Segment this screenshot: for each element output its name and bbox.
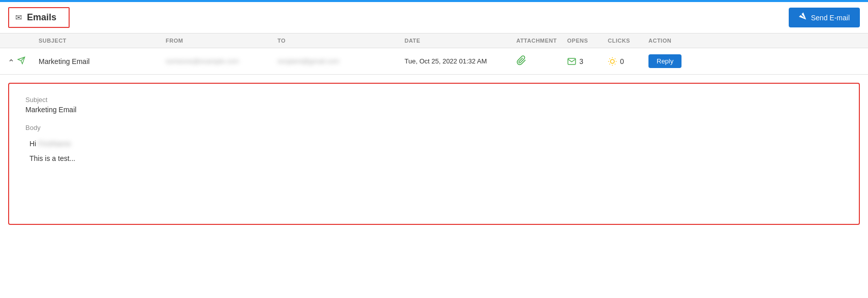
clicks-cell: 0 (608, 57, 648, 66)
table-header: SUBJECT FROM TO DATE ATTACHMENT OPENS CL… (0, 34, 868, 48)
reply-button[interactable]: Reply (648, 54, 681, 68)
col-action: ACTION (648, 38, 699, 44)
page-container: ✉ Emails Send E-mail SUBJECT FROM TO DAT… (0, 0, 868, 298)
body-name-blurred: FirstName (38, 138, 71, 150)
col-opens: OPENS (567, 38, 608, 44)
action-cell: Reply (648, 54, 699, 68)
email-subject: Marketing Email (39, 57, 166, 65)
col-subject: SUBJECT (39, 38, 166, 44)
chevron-up-icon (8, 57, 14, 65)
emails-title-box: ✉ Emails (8, 7, 70, 28)
page-title: Emails (27, 12, 56, 23)
body-label: Body (25, 124, 843, 131)
send-arrow-icon (17, 56, 25, 66)
attachment-cell (516, 55, 567, 67)
svg-line-6 (615, 63, 615, 64)
svg-point-2 (610, 59, 614, 63)
svg-line-5 (609, 58, 610, 59)
col-attachment: ATTACHMENT (516, 38, 567, 44)
opens-cell: 3 (567, 57, 608, 66)
email-to: recipient@gmail.com (277, 57, 405, 65)
col-date: DATE (405, 38, 516, 44)
body-hi-text: Hi (29, 138, 36, 150)
svg-line-10 (615, 58, 615, 59)
subject-value: Marketing Email (25, 106, 843, 114)
body-line-2: This is a test... (29, 152, 843, 165)
paperclip-icon (516, 55, 526, 65)
row-toggle[interactable] (8, 56, 39, 66)
subject-label: Subject (25, 96, 843, 104)
email-date: Tue, Oct 25, 2022 01:32 AM (405, 57, 516, 65)
col-to: TO (277, 38, 405, 44)
table-row: Marketing Email someone@example.com reci… (0, 48, 868, 75)
body-content: Hi FirstName This is a test... (25, 138, 843, 165)
email-open-icon (567, 57, 576, 66)
svg-line-9 (609, 63, 610, 64)
col-toggle (8, 38, 39, 44)
send-email-button[interactable]: Send E-mail (789, 8, 860, 27)
send-icon (796, 11, 809, 24)
email-from: someone@example.com (166, 57, 277, 65)
clicks-count: 0 (620, 57, 624, 65)
body-line-1: Hi FirstName (29, 138, 843, 150)
clicks-icon (608, 57, 617, 66)
col-from: FROM (166, 38, 277, 44)
header: ✉ Emails Send E-mail (0, 2, 868, 34)
send-email-label: Send E-mail (811, 14, 850, 22)
opens-count: 3 (579, 57, 583, 65)
envelope-icon: ✉ (15, 13, 22, 22)
email-detail-panel: Subject Marketing Email Body Hi FirstNam… (8, 83, 860, 225)
col-clicks: CLICKS (608, 38, 648, 44)
body-test-text: This is a test... (29, 152, 75, 165)
